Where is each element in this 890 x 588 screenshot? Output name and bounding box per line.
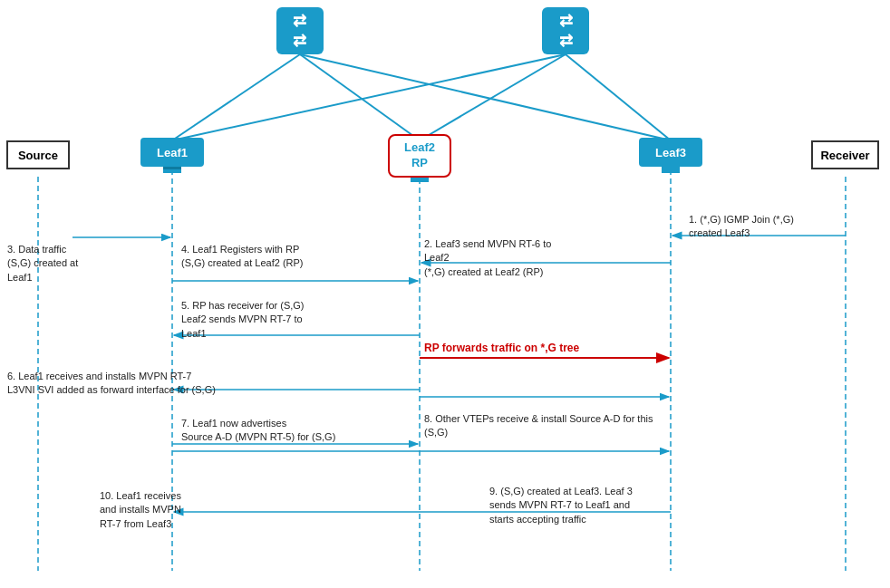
spine2-node: ⇄⇄	[542, 7, 589, 54]
leaf2-rp-node: Leaf2 RP	[388, 134, 451, 178]
annotation-3: 3. Data traffic(S,G) created atLeaf1	[7, 243, 134, 284]
annotation-9: 9. (S,G) created at Leaf3. Leaf 3sends M…	[489, 485, 761, 526]
annotation-6: 6. Leaf1 receives and installs MVPN RT-7…	[7, 370, 324, 398]
svg-rect-25	[662, 166, 680, 173]
spine1-node: ⇄⇄	[276, 7, 324, 54]
diagram: ⇄⇄ ⇄⇄ Leaf1 Leaf2 RP Leaf3 Source Receiv…	[0, 0, 890, 588]
source-label: Source	[18, 149, 58, 162]
svg-line-0	[172, 54, 300, 140]
annotation-4: 4. Leaf1 Registers with RP(S,G) created …	[181, 243, 381, 271]
receiver-label: Receiver	[820, 149, 869, 162]
svg-line-3	[172, 54, 566, 140]
rp-label: RP	[411, 156, 428, 171]
leaf1-label: Leaf1	[157, 146, 188, 159]
annotation-5: 5. RP has receiver for (S,G)Leaf2 sends …	[181, 299, 390, 341]
annotation-2: 2. Leaf3 send MVPN RT-6 toLeaf2(*,G) cre…	[424, 237, 624, 279]
annotation-8: 8. Other VTEPs receive & install Source …	[424, 412, 678, 440]
annotation-10: 10. Leaf1 receivesand installs MVPNRT-7 …	[100, 489, 258, 531]
receiver-box: Receiver	[811, 140, 879, 169]
leaf3-label: Leaf3	[655, 146, 686, 159]
source-box: Source	[6, 140, 70, 169]
annotation-7: 7. Leaf1 now advertisesSource A-D (MVPN …	[181, 417, 399, 445]
leaf2-label: Leaf2	[404, 140, 435, 156]
annotation-rp-fwd: RP forwards traffic on *,G tree	[424, 341, 651, 356]
svg-line-2	[300, 54, 671, 140]
leaf3-node: Leaf3	[639, 138, 702, 167]
leaf1-node: Leaf1	[140, 138, 204, 167]
svg-line-4	[420, 54, 566, 140]
annotation-1: 1. (*,G) IGMP Join (*,G) created Leaf3	[689, 213, 829, 241]
svg-line-1	[300, 54, 420, 140]
